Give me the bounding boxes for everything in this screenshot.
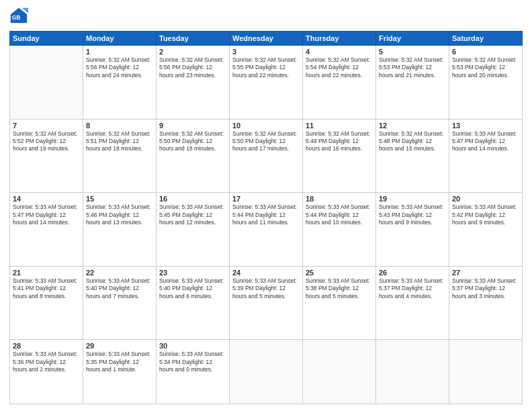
weekday-header-monday: Monday xyxy=(83,32,157,46)
cell-info: Sunrise: 5:32 AM Sunset: 5:49 PM Dayligh… xyxy=(306,130,373,153)
calendar-cell: 27Sunrise: 5:33 AM Sunset: 5:37 PM Dayli… xyxy=(449,266,523,340)
weekday-header-tuesday: Tuesday xyxy=(157,32,230,46)
cell-info: Sunrise: 5:32 AM Sunset: 5:53 PM Dayligh… xyxy=(452,56,519,79)
cell-info: Sunrise: 5:32 AM Sunset: 5:56 PM Dayligh… xyxy=(159,56,226,79)
cell-info: Sunrise: 5:32 AM Sunset: 5:50 PM Dayligh… xyxy=(232,130,300,153)
cell-info: Sunrise: 5:33 AM Sunset: 5:39 PM Dayligh… xyxy=(232,277,300,300)
day-number: 28 xyxy=(13,342,80,350)
cell-info: Sunrise: 5:32 AM Sunset: 5:55 PM Dayligh… xyxy=(232,56,300,79)
cell-info: Sunrise: 5:33 AM Sunset: 5:38 PM Dayligh… xyxy=(306,277,373,300)
day-number: 17 xyxy=(232,195,300,203)
day-number: 5 xyxy=(379,48,446,56)
calendar-cell: 11Sunrise: 5:32 AM Sunset: 5:49 PM Dayli… xyxy=(303,119,376,193)
calendar-cell: 1Sunrise: 5:32 AM Sunset: 5:56 PM Daylig… xyxy=(83,46,157,120)
calendar-cell xyxy=(303,340,376,404)
calendar-cell: 22Sunrise: 5:33 AM Sunset: 5:40 PM Dayli… xyxy=(83,266,157,340)
calendar-cell: 21Sunrise: 5:33 AM Sunset: 5:41 PM Dayli… xyxy=(10,266,83,340)
cell-info: Sunrise: 5:33 AM Sunset: 5:37 PM Dayligh… xyxy=(379,277,446,300)
calendar-cell: 6Sunrise: 5:32 AM Sunset: 5:53 PM Daylig… xyxy=(449,46,523,120)
calendar-cell: 23Sunrise: 5:33 AM Sunset: 5:40 PM Dayli… xyxy=(157,266,230,340)
calendar-cell: 15Sunrise: 5:33 AM Sunset: 5:46 PM Dayli… xyxy=(83,193,157,267)
cell-info: Sunrise: 5:33 AM Sunset: 5:44 PM Dayligh… xyxy=(232,203,300,226)
day-number: 30 xyxy=(159,342,226,350)
calendar-cell: 2Sunrise: 5:32 AM Sunset: 5:56 PM Daylig… xyxy=(157,46,230,120)
calendar-cell xyxy=(449,340,523,404)
day-number: 10 xyxy=(232,122,300,130)
week-row-1: 1Sunrise: 5:32 AM Sunset: 5:56 PM Daylig… xyxy=(10,46,523,120)
cell-info: Sunrise: 5:32 AM Sunset: 5:56 PM Dayligh… xyxy=(86,56,153,79)
calendar-cell: 17Sunrise: 5:33 AM Sunset: 5:44 PM Dayli… xyxy=(230,193,303,267)
calendar-cell: 18Sunrise: 5:33 AM Sunset: 5:44 PM Dayli… xyxy=(303,193,376,267)
calendar-cell: 25Sunrise: 5:33 AM Sunset: 5:38 PM Dayli… xyxy=(303,266,376,340)
day-number: 19 xyxy=(379,195,446,203)
calendar-cell xyxy=(376,340,449,404)
day-number: 26 xyxy=(379,269,446,277)
calendar-cell: 29Sunrise: 5:33 AM Sunset: 5:35 PM Dayli… xyxy=(83,340,157,404)
cell-info: Sunrise: 5:33 AM Sunset: 5:47 PM Dayligh… xyxy=(13,203,80,226)
day-number: 18 xyxy=(306,195,373,203)
calendar-cell: 9Sunrise: 5:32 AM Sunset: 5:50 PM Daylig… xyxy=(157,119,230,193)
calendar-cell: 7Sunrise: 5:32 AM Sunset: 5:52 PM Daylig… xyxy=(10,119,83,193)
day-number: 29 xyxy=(86,342,153,350)
day-number: 25 xyxy=(306,269,373,277)
svg-text:GB: GB xyxy=(12,14,21,21)
cell-info: Sunrise: 5:33 AM Sunset: 5:41 PM Dayligh… xyxy=(13,277,80,300)
calendar-cell: 3Sunrise: 5:32 AM Sunset: 5:55 PM Daylig… xyxy=(230,46,303,120)
cell-info: Sunrise: 5:33 AM Sunset: 5:47 PM Dayligh… xyxy=(452,130,519,153)
calendar-cell xyxy=(10,46,83,120)
calendar-cell: 19Sunrise: 5:33 AM Sunset: 5:43 PM Dayli… xyxy=(376,193,449,267)
day-number: 4 xyxy=(306,48,373,56)
calendar-cell: 8Sunrise: 5:32 AM Sunset: 5:51 PM Daylig… xyxy=(83,119,157,193)
cell-info: Sunrise: 5:33 AM Sunset: 5:35 PM Dayligh… xyxy=(86,351,153,373)
cell-info: Sunrise: 5:33 AM Sunset: 5:42 PM Dayligh… xyxy=(452,203,519,226)
cell-info: Sunrise: 5:32 AM Sunset: 5:50 PM Dayligh… xyxy=(159,130,226,153)
calendar-header-row: SundayMondayTuesdayWednesdayThursdayFrid… xyxy=(10,32,523,46)
calendar-cell xyxy=(230,340,303,404)
day-number: 20 xyxy=(452,195,519,203)
calendar-cell: 26Sunrise: 5:33 AM Sunset: 5:37 PM Dayli… xyxy=(376,266,449,340)
day-number: 24 xyxy=(232,269,300,277)
logo-icon: GB xyxy=(9,7,28,26)
weekday-header-saturday: Saturday xyxy=(449,32,523,46)
cell-info: Sunrise: 5:33 AM Sunset: 5:40 PM Dayligh… xyxy=(159,277,226,300)
day-number: 2 xyxy=(159,48,226,56)
calendar-table: SundayMondayTuesdayWednesdayThursdayFrid… xyxy=(9,31,523,404)
calendar-cell: 10Sunrise: 5:32 AM Sunset: 5:50 PM Dayli… xyxy=(230,119,303,193)
weekday-header-wednesday: Wednesday xyxy=(230,32,303,46)
day-number: 1 xyxy=(86,48,153,56)
day-number: 3 xyxy=(232,48,300,56)
calendar-cell: 24Sunrise: 5:33 AM Sunset: 5:39 PM Dayli… xyxy=(230,266,303,340)
header: GB xyxy=(9,7,523,26)
logo: GB xyxy=(9,7,31,26)
day-number: 11 xyxy=(306,122,373,130)
calendar-cell: 30Sunrise: 5:33 AM Sunset: 5:34 PM Dayli… xyxy=(157,340,230,404)
day-number: 16 xyxy=(159,195,226,203)
cell-info: Sunrise: 5:32 AM Sunset: 5:53 PM Dayligh… xyxy=(379,56,446,79)
weekday-header-sunday: Sunday xyxy=(10,32,83,46)
calendar-cell: 5Sunrise: 5:32 AM Sunset: 5:53 PM Daylig… xyxy=(376,46,449,120)
week-row-5: 28Sunrise: 5:33 AM Sunset: 5:36 PM Dayli… xyxy=(10,340,523,404)
week-row-4: 21Sunrise: 5:33 AM Sunset: 5:41 PM Dayli… xyxy=(10,266,523,340)
calendar-cell: 4Sunrise: 5:32 AM Sunset: 5:54 PM Daylig… xyxy=(303,46,376,120)
cell-info: Sunrise: 5:33 AM Sunset: 5:44 PM Dayligh… xyxy=(306,203,373,226)
page: GB SundayMondayTuesdayWednesdayThursdayF… xyxy=(0,0,532,411)
day-number: 7 xyxy=(13,122,80,130)
day-number: 21 xyxy=(13,269,80,277)
day-number: 13 xyxy=(452,122,519,130)
day-number: 22 xyxy=(86,269,153,277)
day-number: 23 xyxy=(159,269,226,277)
weekday-header-thursday: Thursday xyxy=(303,32,376,46)
day-number: 8 xyxy=(86,122,153,130)
cell-info: Sunrise: 5:32 AM Sunset: 5:52 PM Dayligh… xyxy=(13,130,80,153)
cell-info: Sunrise: 5:33 AM Sunset: 5:36 PM Dayligh… xyxy=(13,351,80,373)
weekday-header-friday: Friday xyxy=(376,32,449,46)
day-number: 6 xyxy=(452,48,519,56)
cell-info: Sunrise: 5:32 AM Sunset: 5:51 PM Dayligh… xyxy=(86,130,153,153)
calendar-cell: 16Sunrise: 5:33 AM Sunset: 5:45 PM Dayli… xyxy=(157,193,230,267)
cell-info: Sunrise: 5:33 AM Sunset: 5:45 PM Dayligh… xyxy=(159,203,226,226)
cell-info: Sunrise: 5:33 AM Sunset: 5:46 PM Dayligh… xyxy=(86,203,153,226)
day-number: 9 xyxy=(159,122,226,130)
cell-info: Sunrise: 5:32 AM Sunset: 5:54 PM Dayligh… xyxy=(306,56,373,79)
day-number: 27 xyxy=(452,269,519,277)
calendar-cell: 12Sunrise: 5:32 AM Sunset: 5:48 PM Dayli… xyxy=(376,119,449,193)
